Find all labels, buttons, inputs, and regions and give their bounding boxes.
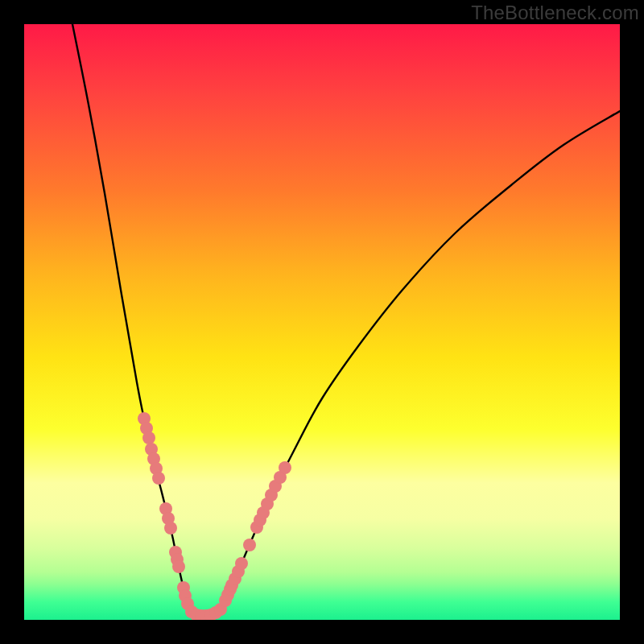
plot-area	[24, 24, 620, 620]
bottleneck-curve	[72, 24, 620, 615]
data-marker	[164, 522, 177, 535]
data-marker	[279, 461, 291, 474]
marker-layer	[138, 412, 291, 620]
data-marker	[152, 472, 165, 485]
watermark-text: TheBottleneck.com	[471, 2, 639, 24]
data-marker	[142, 431, 155, 444]
curve-layer	[72, 24, 620, 615]
data-marker	[235, 557, 248, 570]
data-marker	[172, 560, 185, 573]
data-marker	[243, 539, 256, 551]
chart-svg	[24, 24, 620, 620]
chart-frame: TheBottleneck.com	[0, 0, 644, 644]
